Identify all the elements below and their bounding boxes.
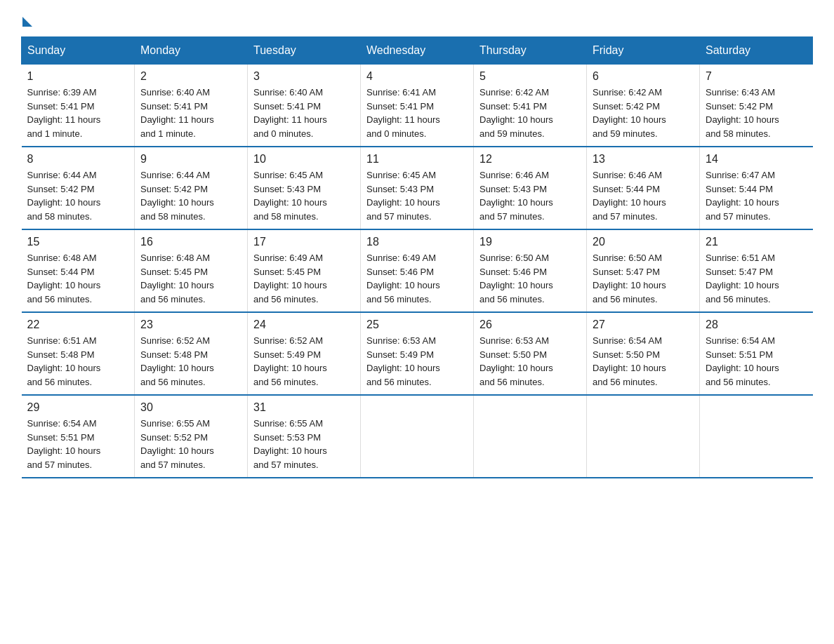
- day-info: Sunrise: 6:45 AMSunset: 5:43 PMDaylight:…: [366, 168, 468, 223]
- calendar-week-row: 1Sunrise: 6:39 AMSunset: 5:41 PMDaylight…: [22, 65, 813, 147]
- day-info: Sunrise: 6:55 AMSunset: 5:53 PMDaylight:…: [253, 417, 355, 471]
- day-info: Sunrise: 6:47 AMSunset: 5:44 PMDaylight:…: [706, 168, 807, 223]
- calendar-cell: 17Sunrise: 6:49 AMSunset: 5:45 PMDayligh…: [248, 229, 361, 312]
- calendar-cell: 23Sunrise: 6:52 AMSunset: 5:48 PMDayligh…: [135, 312, 248, 395]
- day-number: 2: [140, 70, 241, 83]
- column-header-monday: Monday: [135, 37, 248, 65]
- logo: [21, 14, 32, 22]
- calendar-cell: 19Sunrise: 6:50 AMSunset: 5:46 PMDayligh…: [474, 229, 587, 312]
- day-info: Sunrise: 6:44 AMSunset: 5:42 PMDaylight:…: [27, 168, 129, 223]
- day-number: 7: [706, 70, 807, 83]
- day-info: Sunrise: 6:46 AMSunset: 5:44 PMDaylight:…: [593, 168, 694, 223]
- calendar-cell: 21Sunrise: 6:51 AMSunset: 5:47 PMDayligh…: [700, 229, 813, 312]
- day-number: 16: [140, 236, 241, 248]
- day-info: Sunrise: 6:52 AMSunset: 5:49 PMDaylight:…: [253, 334, 355, 389]
- page-header: [21, 14, 813, 22]
- day-number: 29: [27, 401, 129, 414]
- calendar-cell: 18Sunrise: 6:49 AMSunset: 5:46 PMDayligh…: [361, 229, 474, 312]
- calendar-cell: 13Sunrise: 6:46 AMSunset: 5:44 PMDayligh…: [587, 147, 700, 229]
- column-header-saturday: Saturday: [700, 37, 813, 65]
- day-info: Sunrise: 6:49 AMSunset: 5:46 PMDaylight:…: [366, 251, 468, 306]
- day-info: Sunrise: 6:49 AMSunset: 5:45 PMDaylight:…: [253, 251, 355, 306]
- day-number: 21: [706, 236, 807, 248]
- day-info: Sunrise: 6:46 AMSunset: 5:43 PMDaylight:…: [479, 168, 581, 223]
- column-header-tuesday: Tuesday: [248, 37, 361, 65]
- day-number: 14: [706, 153, 807, 166]
- day-number: 26: [479, 318, 581, 331]
- day-info: Sunrise: 6:43 AMSunset: 5:42 PMDaylight:…: [706, 86, 807, 140]
- day-info: Sunrise: 6:54 AMSunset: 5:51 PMDaylight:…: [706, 334, 807, 389]
- day-number: 11: [366, 153, 468, 166]
- day-info: Sunrise: 6:50 AMSunset: 5:47 PMDaylight:…: [593, 251, 694, 306]
- day-number: 13: [593, 153, 694, 166]
- day-number: 25: [366, 318, 468, 331]
- calendar-cell: 8Sunrise: 6:44 AMSunset: 5:42 PMDaylight…: [22, 147, 135, 229]
- calendar-cell: 24Sunrise: 6:52 AMSunset: 5:49 PMDayligh…: [248, 312, 361, 395]
- calendar-week-row: 8Sunrise: 6:44 AMSunset: 5:42 PMDaylight…: [22, 147, 813, 229]
- day-number: 24: [253, 318, 355, 331]
- day-info: Sunrise: 6:41 AMSunset: 5:41 PMDaylight:…: [366, 86, 468, 140]
- calendar-week-row: 15Sunrise: 6:48 AMSunset: 5:44 PMDayligh…: [22, 229, 813, 312]
- day-number: 20: [593, 236, 694, 248]
- calendar-cell: [474, 395, 587, 478]
- day-info: Sunrise: 6:40 AMSunset: 5:41 PMDaylight:…: [253, 86, 355, 140]
- calendar-header-row: SundayMondayTuesdayWednesdayThursdayFrid…: [22, 37, 813, 65]
- calendar-cell: [700, 395, 813, 478]
- day-number: 17: [253, 236, 355, 248]
- day-number: 23: [140, 318, 241, 331]
- calendar-cell: 16Sunrise: 6:48 AMSunset: 5:45 PMDayligh…: [135, 229, 248, 312]
- day-number: 4: [366, 70, 468, 83]
- calendar-cell: 29Sunrise: 6:54 AMSunset: 5:51 PMDayligh…: [22, 395, 135, 478]
- calendar-cell: 2Sunrise: 6:40 AMSunset: 5:41 PMDaylight…: [135, 65, 248, 147]
- calendar-cell: 9Sunrise: 6:44 AMSunset: 5:42 PMDaylight…: [135, 147, 248, 229]
- day-info: Sunrise: 6:51 AMSunset: 5:47 PMDaylight:…: [706, 251, 807, 306]
- calendar-cell: 4Sunrise: 6:41 AMSunset: 5:41 PMDaylight…: [361, 65, 474, 147]
- day-number: 28: [706, 318, 807, 331]
- calendar-cell: 26Sunrise: 6:53 AMSunset: 5:50 PMDayligh…: [474, 312, 587, 395]
- day-info: Sunrise: 6:48 AMSunset: 5:45 PMDaylight:…: [140, 251, 241, 306]
- calendar-cell: 12Sunrise: 6:46 AMSunset: 5:43 PMDayligh…: [474, 147, 587, 229]
- calendar-cell: 11Sunrise: 6:45 AMSunset: 5:43 PMDayligh…: [361, 147, 474, 229]
- calendar-cell: 14Sunrise: 6:47 AMSunset: 5:44 PMDayligh…: [700, 147, 813, 229]
- calendar-cell: 10Sunrise: 6:45 AMSunset: 5:43 PMDayligh…: [248, 147, 361, 229]
- calendar-cell: [587, 395, 700, 478]
- day-info: Sunrise: 6:52 AMSunset: 5:48 PMDaylight:…: [140, 334, 241, 389]
- day-number: 10: [253, 153, 355, 166]
- day-number: 5: [479, 70, 581, 83]
- calendar-cell: 30Sunrise: 6:55 AMSunset: 5:52 PMDayligh…: [135, 395, 248, 478]
- day-info: Sunrise: 6:48 AMSunset: 5:44 PMDaylight:…: [27, 251, 129, 306]
- calendar-cell: 6Sunrise: 6:42 AMSunset: 5:42 PMDaylight…: [587, 65, 700, 147]
- day-info: Sunrise: 6:45 AMSunset: 5:43 PMDaylight:…: [253, 168, 355, 223]
- day-info: Sunrise: 6:44 AMSunset: 5:42 PMDaylight:…: [140, 168, 241, 223]
- calendar-week-row: 22Sunrise: 6:51 AMSunset: 5:48 PMDayligh…: [22, 312, 813, 395]
- day-number: 27: [593, 318, 694, 331]
- day-number: 8: [27, 153, 129, 166]
- calendar-cell: 1Sunrise: 6:39 AMSunset: 5:41 PMDaylight…: [22, 65, 135, 147]
- calendar-cell: [361, 395, 474, 478]
- day-info: Sunrise: 6:50 AMSunset: 5:46 PMDaylight:…: [479, 251, 581, 306]
- calendar-cell: 27Sunrise: 6:54 AMSunset: 5:50 PMDayligh…: [587, 312, 700, 395]
- calendar-cell: 3Sunrise: 6:40 AMSunset: 5:41 PMDaylight…: [248, 65, 361, 147]
- day-info: Sunrise: 6:53 AMSunset: 5:49 PMDaylight:…: [366, 334, 468, 389]
- calendar-week-row: 29Sunrise: 6:54 AMSunset: 5:51 PMDayligh…: [22, 395, 813, 478]
- column-header-friday: Friday: [587, 37, 700, 65]
- day-number: 12: [479, 153, 581, 166]
- calendar-table: SundayMondayTuesdayWednesdayThursdayFrid…: [21, 36, 813, 478]
- day-number: 1: [27, 70, 129, 83]
- day-info: Sunrise: 6:39 AMSunset: 5:41 PMDaylight:…: [27, 86, 129, 140]
- calendar-cell: 28Sunrise: 6:54 AMSunset: 5:51 PMDayligh…: [700, 312, 813, 395]
- calendar-cell: 20Sunrise: 6:50 AMSunset: 5:47 PMDayligh…: [587, 229, 700, 312]
- day-info: Sunrise: 6:40 AMSunset: 5:41 PMDaylight:…: [140, 86, 241, 140]
- day-info: Sunrise: 6:53 AMSunset: 5:50 PMDaylight:…: [479, 334, 581, 389]
- column-header-wednesday: Wednesday: [361, 37, 474, 65]
- calendar-cell: 7Sunrise: 6:43 AMSunset: 5:42 PMDaylight…: [700, 65, 813, 147]
- day-number: 22: [27, 318, 129, 331]
- day-info: Sunrise: 6:54 AMSunset: 5:50 PMDaylight:…: [593, 334, 694, 389]
- day-number: 6: [593, 70, 694, 83]
- day-info: Sunrise: 6:54 AMSunset: 5:51 PMDaylight:…: [27, 417, 129, 471]
- day-number: 31: [253, 401, 355, 414]
- day-number: 30: [140, 401, 241, 414]
- day-info: Sunrise: 6:55 AMSunset: 5:52 PMDaylight:…: [140, 417, 241, 471]
- calendar-cell: 22Sunrise: 6:51 AMSunset: 5:48 PMDayligh…: [22, 312, 135, 395]
- calendar-cell: 25Sunrise: 6:53 AMSunset: 5:49 PMDayligh…: [361, 312, 474, 395]
